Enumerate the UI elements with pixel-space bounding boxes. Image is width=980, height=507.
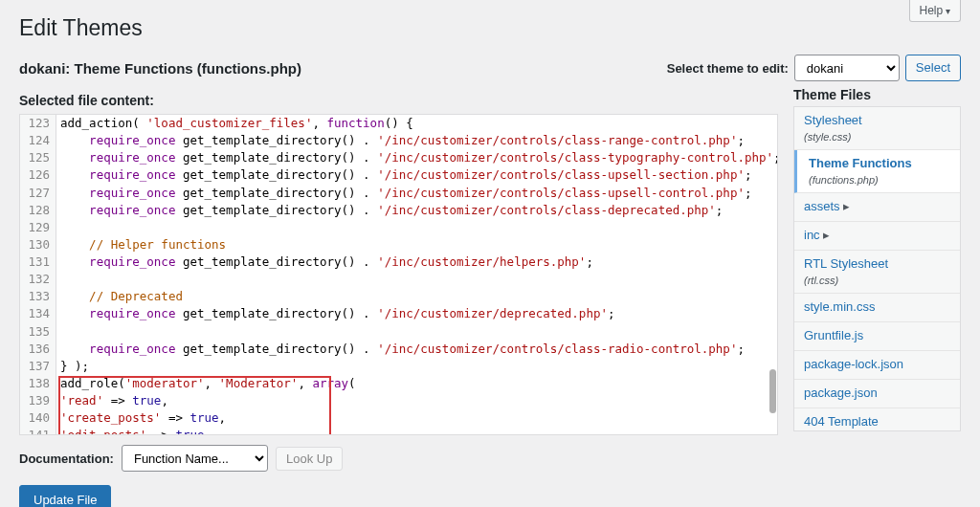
code-editor[interactable]: 123add_action( 'load_customizer_files', … xyxy=(19,114,778,435)
theme-file-item[interactable]: style.min.css xyxy=(794,294,960,322)
code-line: 133 // Deprecated xyxy=(20,288,777,305)
code-line: 137} ); xyxy=(20,358,777,375)
code-line: 124 require_once get_template_directory(… xyxy=(20,132,777,149)
theme-file-item[interactable]: Stylesheet(style.css) xyxy=(794,107,960,150)
theme-file-item[interactable]: assets xyxy=(794,193,960,222)
select-button[interactable]: Select xyxy=(905,55,961,81)
theme-files-heading: Theme Files xyxy=(793,87,961,102)
code-line: 134 require_once get_template_directory(… xyxy=(20,305,777,322)
code-line: 128 require_once get_template_directory(… xyxy=(20,202,777,219)
selected-file-label: Selected file content: xyxy=(19,93,778,108)
code-line: 123add_action( 'load_customizer_files', … xyxy=(20,115,777,132)
theme-file-list: Stylesheet(style.css)Theme Functions(fun… xyxy=(793,106,961,431)
theme-file-item[interactable]: 404 Template(404.php) xyxy=(794,408,960,431)
code-line: 139'read' => true, xyxy=(20,392,777,409)
documentation-select[interactable]: Function Name... xyxy=(122,445,268,472)
file-heading: dokani: Theme Functions (functions.php) xyxy=(19,60,301,77)
theme-file-item[interactable]: package.json xyxy=(794,380,960,408)
code-line: 136 require_once get_template_directory(… xyxy=(20,341,777,358)
code-line: 127 require_once get_template_directory(… xyxy=(20,185,777,202)
theme-file-item[interactable]: package-lock.json xyxy=(794,351,960,380)
update-file-button[interactable]: Update File xyxy=(19,485,111,507)
theme-file-item[interactable]: Theme Functions(functions.php) xyxy=(793,150,961,193)
code-line: 132 xyxy=(20,271,777,288)
documentation-label: Documentation: xyxy=(19,452,114,466)
theme-file-sub: (style.css) xyxy=(804,130,950,143)
theme-file-item[interactable]: Gruntfile.js xyxy=(794,322,960,351)
scrollbar-thumb[interactable] xyxy=(769,369,776,413)
help-tab[interactable]: Help xyxy=(909,0,961,22)
code-line: 125 require_once get_template_directory(… xyxy=(20,149,777,166)
code-line: 141'edit_posts' => true, xyxy=(20,427,777,435)
code-line: 129 xyxy=(20,219,777,236)
select-theme-label: Select theme to edit: xyxy=(667,61,789,76)
theme-file-sub: (rtl.css) xyxy=(804,274,950,287)
code-line: 131 require_once get_template_directory(… xyxy=(20,254,777,271)
theme-file-sub: (functions.php) xyxy=(809,173,951,187)
code-line: 126 require_once get_template_directory(… xyxy=(20,166,777,184)
lookup-button[interactable]: Look Up xyxy=(276,447,343,471)
theme-file-item[interactable]: RTL Stylesheet(rtl.css) xyxy=(794,251,960,294)
theme-select[interactable]: dokani xyxy=(794,55,900,81)
code-line: 138add_role('moderator', 'Moderator', ar… xyxy=(20,375,777,392)
page-title: Edit Themes xyxy=(19,10,961,41)
theme-file-item[interactable]: inc xyxy=(794,222,960,251)
code-line: 130 // Helper functions xyxy=(20,236,777,254)
code-line: 135 xyxy=(20,323,777,341)
code-line: 140'create_posts' => true, xyxy=(20,409,777,427)
